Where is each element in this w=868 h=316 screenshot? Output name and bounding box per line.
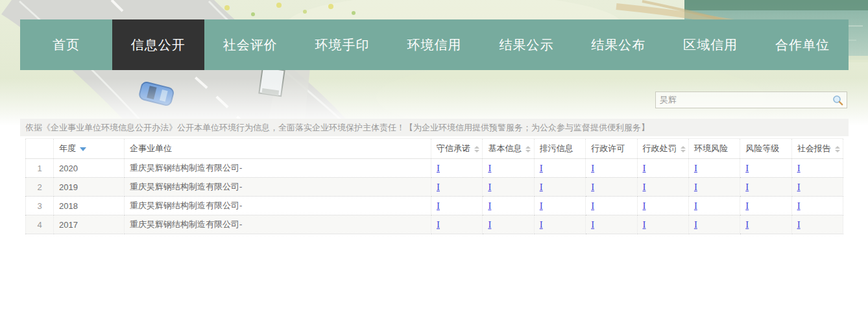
- link-cell-admin-penalty: I: [637, 159, 688, 178]
- nav-item-result-release[interactable]: 结果公布: [572, 19, 664, 70]
- link-cell-admin-penalty: I: [637, 197, 688, 215]
- info-link-env-risk[interactable]: I: [694, 201, 697, 211]
- link-cell-risk-level: I: [740, 215, 791, 234]
- link-cell-integrity-commitment: I: [431, 197, 483, 215]
- column-label: 企事业单位: [130, 143, 172, 153]
- link-cell-pollution-discharge: I: [534, 215, 585, 234]
- info-link-social-report[interactable]: I: [797, 219, 801, 230]
- year-cell: 2020: [54, 159, 125, 178]
- column-label: 社会报告: [797, 143, 831, 153]
- link-cell-risk-level: I: [740, 178, 791, 197]
- nav-item-result-publicity[interactable]: 结果公示: [480, 19, 572, 70]
- nav-item-social-evaluation[interactable]: 社会评价: [204, 19, 296, 70]
- link-cell-pollution-discharge: I: [534, 159, 585, 178]
- link-cell-basic-info: I: [483, 178, 534, 197]
- info-link-social-report[interactable]: I: [797, 163, 801, 173]
- column-header-admin-penalty[interactable]: 行政处罚: [637, 139, 688, 159]
- info-link-admin-permit[interactable]: I: [591, 201, 594, 211]
- info-link-integrity-commitment[interactable]: I: [437, 201, 440, 211]
- records-table: 年度企事业单位守信承诺基本信息排污信息行政许可行政处罚环境风险风险等级社会报告 …: [25, 138, 843, 234]
- column-header-integrity-commitment[interactable]: 守信承诺: [431, 139, 483, 159]
- info-link-admin-permit[interactable]: I: [591, 163, 594, 173]
- column-label: 环境风险: [694, 143, 728, 153]
- info-link-social-report[interactable]: I: [797, 182, 801, 192]
- info-link-admin-permit[interactable]: I: [591, 182, 594, 192]
- nav-item-regional-credit[interactable]: 区域信用: [664, 19, 756, 70]
- column-header-company: 企事业单位: [125, 139, 431, 159]
- info-link-risk-level[interactable]: I: [745, 163, 749, 173]
- info-link-env-risk[interactable]: I: [694, 219, 697, 230]
- row-number: 4: [26, 215, 54, 234]
- link-cell-admin-penalty: I: [637, 215, 688, 234]
- info-link-pollution-discharge[interactable]: I: [540, 163, 543, 173]
- link-cell-basic-info: I: [483, 197, 534, 215]
- column-header-basic-info[interactable]: 基本信息: [483, 139, 534, 159]
- info-link-basic-info[interactable]: I: [488, 163, 491, 173]
- info-link-env-risk[interactable]: I: [694, 163, 697, 173]
- year-cell: 2017: [54, 215, 125, 234]
- info-link-basic-info[interactable]: I: [488, 201, 491, 211]
- sort-icon: [525, 146, 531, 152]
- info-link-social-report[interactable]: I: [797, 201, 801, 211]
- column-header-social-report[interactable]: 社会报告: [791, 139, 843, 159]
- info-link-risk-level[interactable]: I: [745, 219, 749, 230]
- company-cell: 重庆昊辉钢结构制造有限公司-: [125, 215, 431, 234]
- link-cell-social-report: I: [791, 178, 843, 197]
- link-cell-pollution-discharge: I: [534, 178, 585, 197]
- column-label: 排污信息: [540, 143, 573, 153]
- info-link-risk-level[interactable]: I: [745, 182, 749, 192]
- row-number: 3: [26, 197, 54, 215]
- search-icon[interactable]: [832, 95, 843, 106]
- info-link-risk-level[interactable]: I: [745, 201, 749, 211]
- nav-item-info-disclosure[interactable]: 信息公开: [112, 19, 204, 70]
- nav-item-env-handprint[interactable]: 环境手印: [296, 19, 389, 70]
- link-cell-integrity-commitment: I: [431, 159, 483, 178]
- table-row: 12020重庆昊辉钢结构制造有限公司-IIIIIIII: [26, 159, 843, 178]
- info-link-integrity-commitment[interactable]: I: [437, 163, 440, 173]
- link-cell-env-risk: I: [688, 159, 740, 178]
- info-link-integrity-commitment[interactable]: I: [437, 219, 440, 230]
- info-link-admin-permit[interactable]: I: [591, 219, 594, 230]
- year-cell: 2019: [54, 178, 125, 197]
- column-label: 年度: [59, 143, 76, 153]
- nav-item-home[interactable]: 首页: [20, 19, 112, 70]
- nav-item-env-credit[interactable]: 环境信用: [389, 19, 481, 70]
- column-header-year[interactable]: 年度: [54, 139, 125, 159]
- info-link-basic-info[interactable]: I: [488, 219, 491, 230]
- info-link-admin-penalty[interactable]: I: [643, 219, 646, 230]
- column-header-risk-level: 风险等级: [740, 139, 791, 159]
- link-cell-integrity-commitment: I: [431, 215, 483, 234]
- search-box: [655, 91, 847, 108]
- sort-icon: [474, 146, 479, 152]
- info-link-integrity-commitment[interactable]: I: [437, 182, 440, 192]
- company-cell: 重庆昊辉钢结构制造有限公司-: [125, 197, 431, 215]
- row-number: 2: [26, 178, 54, 197]
- column-label: 行政处罚: [643, 143, 677, 153]
- nav-item-partners[interactable]: 合作单位: [756, 19, 849, 70]
- search-input[interactable]: [656, 95, 832, 105]
- info-link-env-risk[interactable]: I: [694, 182, 697, 192]
- year-cell: 2018: [54, 197, 125, 215]
- info-link-admin-penalty[interactable]: I: [643, 182, 646, 192]
- table-row: 32018重庆昊辉钢结构制造有限公司-IIIIIIII: [26, 197, 843, 215]
- company-cell: 重庆昊辉钢结构制造有限公司-: [125, 159, 431, 178]
- main-nav: 首页信息公开社会评价环境手印环境信用结果公示结果公布区域信用合作单位: [20, 19, 849, 70]
- info-link-admin-penalty[interactable]: I: [643, 163, 646, 173]
- link-cell-env-risk: I: [688, 178, 740, 197]
- link-cell-admin-permit: I: [586, 159, 637, 178]
- info-link-pollution-discharge[interactable]: I: [540, 219, 543, 230]
- info-link-admin-penalty[interactable]: I: [643, 201, 646, 211]
- link-cell-basic-info: I: [483, 215, 534, 234]
- column-label: 基本信息: [488, 143, 522, 153]
- link-cell-admin-permit: I: [586, 197, 637, 215]
- column-header-admin-permit: 行政许可: [586, 139, 637, 159]
- column-label: 守信承诺: [437, 143, 470, 153]
- info-link-pollution-discharge[interactable]: I: [540, 182, 543, 192]
- link-cell-env-risk: I: [688, 215, 740, 234]
- info-link-pollution-discharge[interactable]: I: [540, 201, 543, 211]
- row-number: 1: [26, 159, 54, 178]
- notice-text: 依据《企业事业单位环境信息公开办法》公开本单位环境行为信息，全面落实企业环境保护…: [20, 119, 849, 136]
- sort-icon: [681, 146, 686, 152]
- info-link-basic-info[interactable]: I: [488, 182, 491, 192]
- records-table-wrap: 年度企事业单位守信承诺基本信息排污信息行政许可行政处罚环境风险风险等级社会报告 …: [25, 138, 843, 234]
